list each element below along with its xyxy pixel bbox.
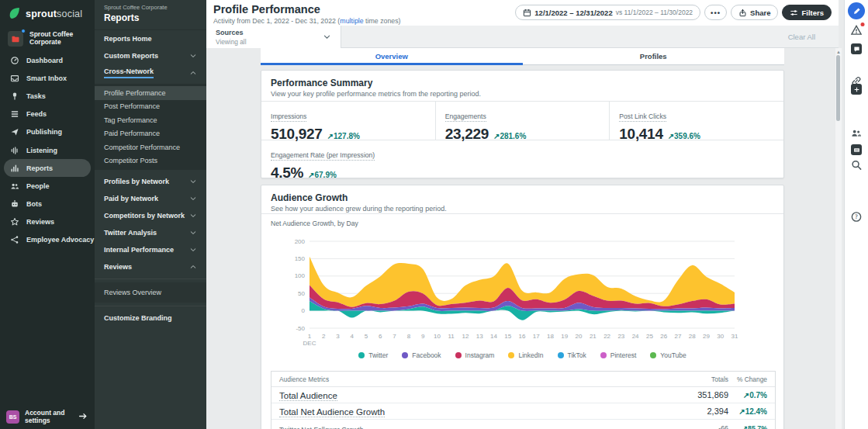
nav-label: Cross-Network [104,67,154,78]
date-range-button[interactable]: 12/1/2022 – 12/31/2022 vs 11/1/2022 – 11… [515,5,700,20]
chevron-down-icon [189,246,197,254]
reports-nav-item-reviews[interactable]: Reviews [95,258,206,275]
sidebar-item-dashboard[interactable]: Dashboard [0,51,95,69]
svg-text:8: 8 [407,333,411,340]
multiple-timezones-link[interactable]: multiple [340,17,363,25]
sidebar-item-reviews[interactable]: Reviews [0,213,95,231]
compose-button[interactable] [848,2,865,19]
workspace-switcher[interactable]: Sprout Coffee Corporate [0,20,95,47]
svg-text:3: 3 [336,333,340,340]
account-settings[interactable]: BS Account and settings [0,410,95,424]
tab-overview[interactable]: Overview [261,48,523,64]
divider [95,279,206,279]
reports-nav-item-competitor-posts[interactable]: Competitor Posts [95,154,206,168]
messages-button[interactable] [851,43,862,54]
legend-youtube[interactable]: YouTube [650,351,686,359]
reports-nav-item-twitter-analysis[interactable]: Twitter Analysis [95,224,206,241]
legend-facebook[interactable]: Facebook [402,351,441,359]
filters-button[interactable]: Filters [782,5,832,20]
series-linkedin [310,257,735,307]
reports-nav-item-reviews-overview[interactable]: Reviews Overview [95,282,206,303]
reports-nav-item-profile-performance[interactable]: Profile Performance [95,86,206,100]
sidebar-item-publishing[interactable]: Publishing [0,123,95,141]
new-item-button[interactable] [851,84,862,95]
metric-label[interactable]: Impressions [271,112,306,122]
svg-text:21: 21 [590,333,597,340]
reports-nav-item-reports-home[interactable]: Reports Home [95,30,206,47]
legend-twitter[interactable]: Twitter [358,351,388,359]
row-metric-label[interactable]: Twitter Net Follower Growth [279,426,364,429]
legend-label: Pinterest [610,351,637,359]
reports-icon [10,164,19,173]
svg-text:12: 12 [462,333,469,340]
svg-text:1: 1 [308,333,312,340]
sidebar-item-bots[interactable]: Bots [0,195,95,213]
sidebar-item-reports[interactable]: Reports [4,159,91,177]
reports-nav-item-profiles-by-network[interactable]: Profiles by Network [95,173,206,190]
table-row-total-net-audience-growth: Total Net Audience Growth2,394↗12.4% [271,403,775,420]
sources-dropdown[interactable]: Sources Viewing all [206,26,341,48]
sidebar-item-smart-inbox[interactable]: Smart Inbox [0,69,95,87]
svg-text:30: 30 [717,333,724,340]
metric-label[interactable]: Engagements [445,112,486,122]
help-button[interactable]: ? [851,211,863,223]
row-change: ↗0.7% [728,391,775,400]
page-subtitle: Activity from Dec 1, 2022 - Dec 31, 2022… [213,17,401,25]
report-header: Profile Performance Activity from Dec 1,… [206,0,839,26]
advocacy-icon [10,235,19,244]
alerts-button[interactable] [851,24,863,36]
legend-tiktok[interactable]: TikTok [558,351,586,359]
reports-nav-item-competitors-by-network[interactable]: Competitors by Network [95,207,206,224]
chevron-up-icon [189,263,197,271]
reports-nav-item-competitor-performance[interactable]: Competitor Performance [95,140,206,154]
row-metric-label[interactable]: Total Audience [279,391,337,401]
alert-red-dot [861,22,865,26]
audience-button[interactable] [851,127,863,139]
more-options-button[interactable]: ••• [704,5,727,20]
expand-sidebar-icon[interactable] [78,410,88,424]
reports-nav-item-internal-performance[interactable]: Internal Performance [95,241,206,258]
reports-nav-item-paid-performance[interactable]: Paid Performance [95,127,206,141]
search-button[interactable] [851,159,863,171]
metric-label[interactable]: Engagement Rate (per Impression) [271,151,375,161]
sprout-logo: sproutsocial [0,0,95,20]
reports-nav-item-cross-network[interactable]: Cross-Network [95,64,206,81]
sidebar-item-employee-advocacy[interactable]: Employee Advocacy [0,231,95,249]
workspace-name: Sprout Coffee Corporate [29,31,92,47]
legend-label: TikTok [568,351,586,359]
reports-nav-item-post-performance[interactable]: Post Performance [95,100,206,114]
sidebar-item-tasks[interactable]: Tasks [0,87,95,105]
avatar: BS [6,410,19,424]
legend-instagram[interactable]: Instagram [455,351,495,359]
chevron-up-icon [189,69,197,77]
tab-profiles[interactable]: Profiles [523,48,785,64]
scrollbar-thumb[interactable] [836,55,840,121]
svg-text:10: 10 [434,333,441,340]
reports-nav-item-tag-performance[interactable]: Tag Performance [95,113,206,127]
cross-network-submenu: Profile PerformancePost PerformanceTag P… [95,84,206,170]
sidebar-item-label: Tasks [26,92,46,100]
legend-label: YouTube [660,351,686,359]
legend-linkedin[interactable]: LinkedIn [508,351,543,359]
sidebar-item-label: Publishing [26,128,62,136]
scroll-up-arrow[interactable]: ▲ [836,50,841,54]
sidebar-item-people[interactable]: People [0,177,95,195]
svg-text:7: 7 [393,333,396,340]
legend-pinterest[interactable]: Pinterest [600,351,637,359]
metric-label[interactable]: Post Link Clicks [619,112,666,122]
reports-nav-item-paid-by-network[interactable]: Paid by Network [95,190,206,207]
compose-icon [852,7,861,16]
svg-text:DEC: DEC [303,340,316,347]
clear-all-link[interactable]: Clear All [788,33,815,41]
sidebar-item-feeds[interactable]: Feeds [0,106,95,123]
filters-bar: Sources Viewing all Clear All [206,26,839,48]
reports-nav-item-custom-reports[interactable]: Custom Reports [95,47,206,64]
keyboard-button[interactable] [851,144,862,155]
svg-text:11: 11 [448,333,455,340]
content-scrollbar[interactable]: ▲ [835,48,842,429]
sidebar-item-listening[interactable]: Listening [0,141,95,159]
primary-nav: DashboardSmart InboxTasksFeedsPublishing… [0,51,95,249]
share-button[interactable]: Share [731,5,778,20]
reports-nav-item-customize-branding[interactable]: Customize Branding [95,310,206,327]
row-metric-label[interactable]: Total Net Audience Growth [279,407,385,417]
